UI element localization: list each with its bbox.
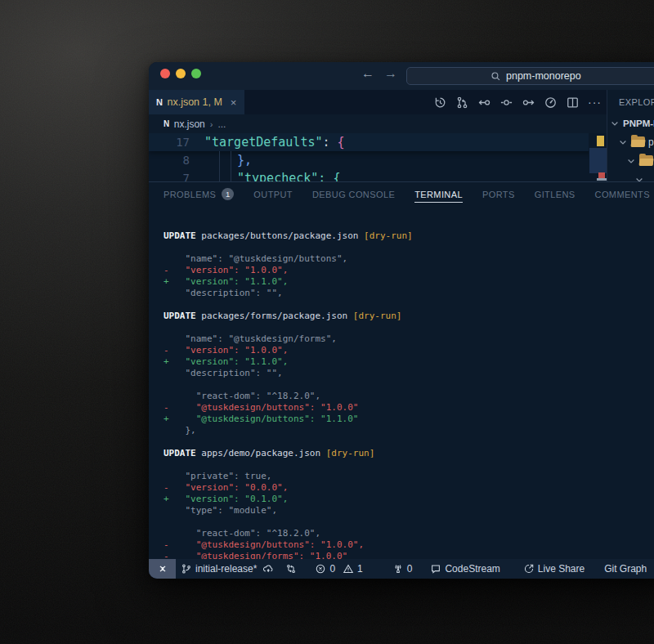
terminal-line: - "version": "1.0.0", [164, 265, 654, 276]
terminal-line: "name": "@tuskdesign/buttons", [164, 253, 654, 265]
branch-name: initial-release* [195, 563, 257, 575]
terminal-line [164, 379, 654, 391]
panel-tab-problems[interactable]: PROBLEMS1 [164, 182, 234, 206]
minimize-window-button[interactable] [176, 69, 186, 78]
terminal-line: "type": "module", [164, 505, 654, 517]
git-graph-label: Git Graph [604, 563, 647, 575]
codestream-status[interactable]: CodeStream [430, 563, 499, 575]
navigate-forward-icon[interactable]: → [384, 66, 397, 81]
chevron-down-icon [618, 137, 628, 147]
terminal-line: - "@tuskdesign/buttons": "1.0.0", [164, 539, 654, 551]
gitlens-compare-status[interactable] [285, 563, 297, 575]
tab-nx-json[interactable]: N nx.json 1, M × [149, 90, 244, 114]
terminal-line [164, 436, 654, 448]
root-folder-label: PNPM-M [623, 119, 654, 128]
nx-file-icon: N [164, 119, 169, 128]
breadcrumb-file[interactable]: nx.json [174, 119, 205, 130]
line-number: 17 [149, 136, 190, 149]
pending-changes-icon[interactable] [544, 96, 558, 110]
search-icon [490, 71, 501, 82]
codestream-icon [430, 563, 441, 575]
terminal-line: - "version": "0.0.0", [164, 482, 654, 494]
error-count: 0 [329, 563, 335, 575]
breadcrumb: N nx.json › ... [149, 114, 607, 133]
code-editor[interactable]: 17"targetDefaults": {8},7"typecheck": { [149, 133, 607, 181]
status-bar: initial-release* 0 1 0 CodeStream Live S… [149, 559, 654, 579]
problems-status[interactable]: 0 1 [315, 563, 362, 575]
branch-status[interactable]: initial-release* [181, 563, 274, 575]
error-icon [315, 563, 326, 575]
panel-tab-terminal[interactable]: TERMINAL [414, 182, 463, 206]
liveshare-status[interactable]: Live Share [523, 563, 585, 575]
terminal-line: "name": "@tuskdesign/forms", [164, 333, 654, 345]
git-graph-status[interactable]: Git Graph [604, 563, 647, 575]
radio-tower-icon [392, 563, 404, 575]
traffic-lights [160, 69, 201, 78]
remote-indicator[interactable] [149, 559, 176, 579]
remote-icon [157, 563, 168, 575]
previous-change-icon[interactable] [477, 96, 491, 110]
panel-tab-gitlens[interactable]: GITLENS [535, 182, 576, 206]
terminal-panel[interactable]: UPDATE packages/buttons/package.json [dr… [149, 206, 654, 559]
panel-tab-ports[interactable]: PORTS [482, 182, 515, 206]
change-marker-icon[interactable] [499, 96, 513, 110]
terminal-line: + "version": "0.1.0", [164, 494, 654, 505]
terminal-line: - "@tuskdesign/forms": "1.0.0" [164, 551, 654, 559]
panel-tab-output[interactable]: OUTPUT [253, 182, 293, 206]
broadcast-status[interactable]: 0 [392, 563, 413, 575]
explorer-folder-row[interactable] [607, 151, 654, 170]
panel-tab-comments[interactable]: COMMENTS [595, 182, 650, 206]
close-tab-icon[interactable]: × [231, 96, 237, 109]
navigate-back-icon[interactable]: ← [361, 66, 374, 81]
terminal-line: "description": "", [164, 288, 654, 299]
zoom-window-button[interactable] [191, 69, 201, 78]
live-share-icon [523, 563, 535, 575]
git-pull-request-icon[interactable] [455, 96, 469, 110]
explorer-folder-row[interactable]: p [607, 132, 654, 151]
minimap[interactable] [589, 133, 607, 181]
terminal-line: UPDATE packages/buttons/package.json [dr… [164, 230, 654, 242]
next-change-icon[interactable] [522, 96, 535, 110]
minimap-change-grey [597, 178, 607, 181]
more-actions-icon[interactable]: ··· [588, 96, 602, 109]
terminal-line: + "version": "1.1.0", [164, 276, 654, 288]
split-editor-icon[interactable] [566, 96, 580, 110]
terminal-line: UPDATE packages/forms/package.json [dry-… [164, 311, 654, 322]
line-code: "targetDefaults": { [204, 135, 345, 150]
line-code: }, [237, 153, 252, 168]
folder-icon [631, 136, 645, 147]
panel-tab-debug-console[interactable]: DEBUG CONSOLE [312, 182, 395, 206]
terminal-line [164, 299, 654, 311]
folder-icon [639, 155, 653, 166]
terminal-line: "private": true, [164, 471, 654, 482]
indent-guide [219, 151, 220, 181]
explorer-sidebar: EXPLOR PNPM-M p [607, 90, 654, 181]
terminal-line [164, 517, 654, 528]
editor-line: 8}, [149, 151, 607, 169]
command-center-search[interactable] [406, 67, 654, 85]
warning-count: 1 [357, 563, 363, 575]
chevron-down-icon [626, 156, 636, 166]
terminal-line: "react-dom": "^18.2.0", [164, 528, 654, 539]
terminal-line: }, [164, 425, 654, 436]
problems-count-badge: 1 [222, 188, 234, 200]
terminal-line: + "version": "1.1.0", [164, 356, 654, 368]
search-input[interactable] [506, 70, 596, 82]
line-code: "typecheck": { [237, 171, 340, 181]
broadcast-count: 0 [407, 563, 413, 575]
terminal-line: UPDATE apps/demo/package.json [dry-run] [164, 448, 654, 459]
breadcrumb-more[interactable]: ... [217, 119, 226, 130]
close-window-button[interactable] [160, 69, 170, 78]
vscode-window: ← → N nx.json 1, M × ··· N nx.json › [149, 62, 654, 579]
explorer-root-folder[interactable]: PNPM-M [607, 114, 654, 132]
minimap-viewport[interactable] [589, 148, 607, 173]
git-compare-icon [285, 563, 297, 575]
editor-line: 7"typecheck": { [149, 169, 607, 181]
timeline-history-icon[interactable] [433, 96, 447, 110]
chevron-down-icon [634, 175, 644, 182]
terminal-line: - "@tuskdesign/buttons": "1.0.0" [164, 402, 654, 414]
git-branch-icon [181, 563, 192, 575]
codestream-label: CodeStream [445, 563, 499, 575]
liveshare-label: Live Share [538, 563, 585, 575]
explorer-folder-row[interactable] [607, 170, 654, 181]
